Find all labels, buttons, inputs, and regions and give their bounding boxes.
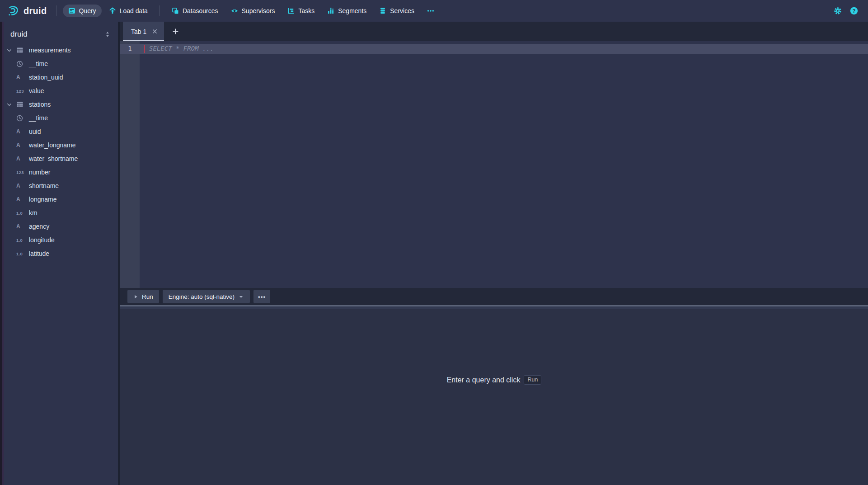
empty-results-message: Enter a query and click Run [120,375,868,385]
nav-item-label: Datasources [183,7,218,14]
services-icon [379,7,386,14]
table-icon [16,47,29,54]
table-name-label: measurements [29,47,71,54]
column-row-agency[interactable]: Aagency [0,220,118,233]
query-tab-bar: Tab 1 [120,22,868,41]
datasources-icon [172,7,179,14]
run-more-options-button[interactable]: ••• [253,290,270,303]
window-edge-stripe [2,22,4,485]
column-name-label: agency [29,223,49,230]
nav-item-label: Supervisors [242,7,275,14]
nav-item-label: Services [390,7,414,14]
schema-tree: measurements__timeAstation_uuid123values… [0,43,118,260]
column-name-label: latitude [29,250,49,257]
tab-label: Tab 1 [131,28,146,35]
float-type-icon: 1.0 [16,251,29,256]
more-icon: ••• [258,293,266,300]
editor-line-number: 1 [120,45,140,52]
clock-icon [16,115,29,122]
table-row-stations[interactable]: stations [0,98,118,111]
editor-active-line [120,44,868,54]
play-icon [133,294,138,299]
column-row-km[interactable]: 1.0km [0,206,118,220]
sidebar-resize-handle[interactable] [118,22,120,485]
editor-placeholder: SELECT * FROM ... [149,45,214,52]
empty-message-text: Enter a query and click [447,376,521,384]
column-row-__time[interactable]: __time [0,111,118,125]
chevron-down-icon[interactable] [6,102,16,108]
string-type-icon: A [16,196,29,202]
column-row-water_shortname[interactable]: Awater_shortname [0,152,118,165]
nav-divider [56,5,56,16]
column-row-number[interactable]: 123number [0,165,118,179]
column-row-water_longname[interactable]: Awater_longname [0,138,118,152]
druid-brand[interactable]: druid [5,5,51,17]
help-icon[interactable]: ? [850,7,858,15]
close-icon[interactable] [151,28,159,35]
supervisors-icon [231,7,238,14]
column-name-label: water_shortname [29,155,78,162]
column-name-label: longname [29,196,57,203]
column-name-label: __time [29,60,48,67]
editor-line-gutter [120,41,140,288]
column-name-label: km [29,209,38,217]
column-name-label: shortname [29,182,59,189]
plus-icon [172,28,179,35]
nav-item-label: Load data [120,7,148,14]
brand-name: druid [23,6,47,16]
nav-item-load-data[interactable]: Load data [103,5,153,17]
segments-icon [327,7,334,14]
nav-item-datasources[interactable]: Datasources [166,5,224,17]
column-row-uuid[interactable]: Auuid [0,125,118,138]
engine-label: Engine: auto (sql-native) [169,293,235,300]
column-name-label: station_uuid [29,74,63,81]
number-type-icon: 123 [16,89,29,94]
nav-item-tasks[interactable]: Tasks [282,5,320,17]
string-type-icon: A [16,223,29,230]
sort-icon[interactable] [103,30,112,38]
settings-gear-icon[interactable] [834,7,842,15]
query-results-pane: Enter a query and click Run [120,306,868,485]
more-icon [427,7,434,14]
string-type-icon: A [16,183,29,189]
load-data-icon [109,7,116,14]
nav-item-more[interactable] [422,5,440,17]
editor-cursor [144,45,145,53]
column-name-label: number [29,169,50,176]
tab-tab-1[interactable]: Tab 1 [123,22,164,41]
schema-title: druid [10,30,28,39]
table-row-measurements[interactable]: measurements [0,43,118,57]
column-row-shortname[interactable]: Ashortname [0,179,118,193]
add-tab-button[interactable] [168,22,183,41]
nav-divider [160,5,160,16]
string-type-icon: A [16,74,29,80]
column-row-station_uuid[interactable]: Astation_uuid [0,71,118,84]
string-type-icon: A [16,155,29,162]
float-type-icon: 1.0 [16,211,29,216]
nav-item-label: Tasks [298,7,314,14]
column-name-label: longitude [29,236,55,244]
nav-item-services[interactable]: Services [374,5,420,17]
column-row-latitude[interactable]: 1.0latitude [0,247,118,260]
run-button[interactable]: Run [127,290,159,303]
sql-query-editor[interactable]: 1 SELECT * FROM ... [120,41,868,288]
column-row-longitude[interactable]: 1.0longitude [0,233,118,247]
nav-item-segments[interactable]: Segments [322,5,372,17]
run-chip[interactable]: Run [524,375,541,385]
nav-item-label: Segments [338,7,366,14]
svg-text:?: ? [852,8,855,14]
nav-item-supervisors[interactable]: Supervisors [225,5,281,17]
column-row-value[interactable]: 123value [0,84,118,98]
engine-selector-button[interactable]: Engine: auto (sql-native) [163,290,250,303]
nav-item-query[interactable]: Query [63,5,102,17]
clock-icon [16,61,29,67]
nav-item-label: Query [79,7,96,14]
number-type-icon: 123 [16,170,29,175]
column-row-longname[interactable]: Alongname [0,193,118,206]
column-name-label: uuid [29,128,41,135]
top-navbar: druid QueryLoad dataDatasourcesSuperviso… [0,0,868,22]
table-name-label: stations [29,101,51,108]
column-row-__time[interactable]: __time [0,57,118,71]
string-type-icon: A [16,142,29,148]
chevron-down-icon[interactable] [6,47,16,53]
